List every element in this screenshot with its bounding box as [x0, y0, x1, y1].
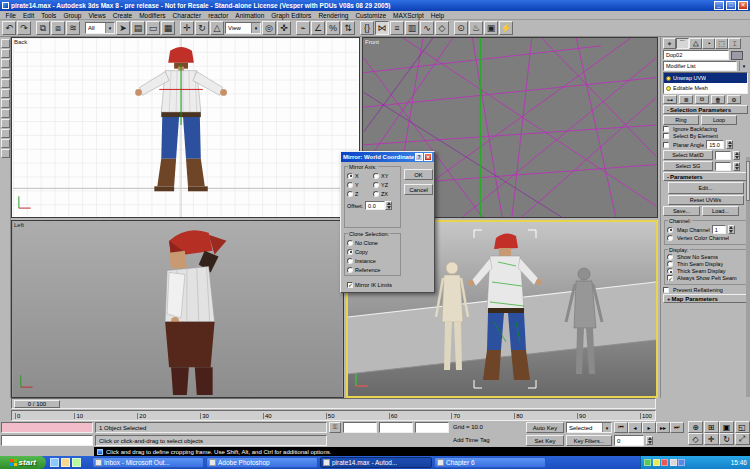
display-tab[interactable]: ⬚	[715, 38, 728, 49]
axis-x-radio[interactable]	[347, 173, 353, 179]
save-uvws-button[interactable]: Save...	[663, 206, 700, 216]
undo-icon[interactable]: ↶	[2, 21, 16, 35]
reference-coordinate-system-dropdown[interactable]: View ▾	[225, 22, 261, 34]
reactor-toolbar-icon[interactable]	[1, 49, 10, 58]
reactor-toolbar-icon[interactable]	[1, 129, 10, 138]
offset-field[interactable]: 0.0	[365, 201, 385, 210]
matid-field[interactable]	[715, 151, 731, 160]
close-icon[interactable]: ✕	[424, 153, 432, 161]
cancel-button[interactable]: Cancel	[404, 184, 433, 195]
scrollbar-thumb[interactable]	[746, 161, 750, 201]
tray-icon[interactable]	[678, 459, 685, 466]
menu-customize[interactable]: Customize	[352, 12, 390, 19]
menu-graph-editors[interactable]: Graph Editors	[268, 12, 315, 19]
taskbar-task-photoshop[interactable]: Adobe Photoshop	[206, 457, 318, 468]
planar-angle-field[interactable]: 15.0	[706, 140, 724, 149]
load-uvws-button[interactable]: Load...	[702, 206, 739, 216]
menu-views[interactable]: Views	[85, 12, 109, 19]
sg-field[interactable]	[715, 162, 731, 171]
menu-animation[interactable]: Animation	[232, 12, 268, 19]
redo-icon[interactable]: ↷	[17, 21, 31, 35]
modify-tab[interactable]: ⌒	[676, 38, 689, 49]
spinner-icon[interactable]	[646, 436, 653, 445]
reference-radio[interactable]	[347, 267, 353, 273]
thin-seam-display-radio[interactable]	[667, 261, 673, 267]
hierarchy-tab[interactable]: ⧋	[689, 38, 702, 49]
selection-filter-dropdown[interactable]: All ▾	[85, 22, 115, 34]
reactor-toolbar-icon[interactable]	[1, 119, 10, 128]
stack-item-editable-mesh[interactable]: Editable Mesh	[664, 83, 747, 93]
close-button[interactable]: ✕	[738, 1, 748, 10]
planar-angle-checkbox[interactable]	[663, 142, 669, 148]
reactor-toolbar-icon[interactable]	[1, 89, 10, 98]
reset-uvws-button[interactable]: Reset UVWs	[668, 195, 744, 205]
menu-group[interactable]: Group	[60, 12, 85, 19]
key-set-dropdown[interactable]: Selected▾	[566, 422, 612, 433]
axis-yz-radio[interactable]	[373, 182, 379, 188]
always-show-pelt-seam-checkbox[interactable]	[667, 275, 673, 281]
time-slider-thumb[interactable]: 0 / 100	[14, 400, 60, 408]
render-type-icon[interactable]: ▣	[484, 21, 498, 35]
spinner-icon[interactable]	[733, 162, 740, 171]
set-key-button[interactable]: Set Key	[526, 435, 564, 446]
spinner-snap-icon[interactable]: ⇅	[341, 21, 355, 35]
zoom-all-icon[interactable]: ⊞	[704, 421, 719, 433]
chevron-down-icon[interactable]: ▾	[739, 61, 748, 71]
maxscript-listener-line1[interactable]	[1, 422, 93, 433]
viewport-back[interactable]: Back	[11, 37, 360, 218]
make-unique-icon[interactable]: ⧉	[695, 95, 709, 104]
axis-z-radio[interactable]	[347, 191, 353, 197]
tray-icon[interactable]	[653, 459, 660, 466]
go-to-end-icon[interactable]: ⏭	[670, 422, 684, 433]
select-and-rotate-icon[interactable]: ↻	[195, 21, 209, 35]
stack-item-unwrap-uvw[interactable]: Unwrap UVW	[664, 73, 747, 83]
menu-character[interactable]: Character	[169, 12, 205, 19]
reactor-toolbar-icon[interactable]	[1, 99, 10, 108]
chevron-down-icon[interactable]: ▾	[602, 423, 611, 432]
copy-radio[interactable]	[347, 249, 353, 255]
menu-tools[interactable]: Tools	[38, 12, 60, 19]
coordinate-display-z[interactable]	[415, 422, 449, 433]
rollout-header[interactable]: Parameters	[663, 172, 748, 181]
quick-launch-icon[interactable]	[50, 458, 59, 467]
chevron-down-icon[interactable]: ▾	[251, 23, 260, 33]
snap-toggle-icon[interactable]: ⌁	[296, 21, 310, 35]
menu-rendering[interactable]: Rendering	[315, 12, 352, 19]
pan-icon[interactable]: ✛	[704, 433, 719, 445]
quick-render-icon[interactable]: ⚡	[499, 21, 513, 35]
menu-help[interactable]: Help	[427, 12, 447, 19]
unlink-selection-icon[interactable]: ⧈	[51, 21, 65, 35]
min-max-toggle-icon[interactable]: ⤢	[735, 433, 750, 445]
start-button[interactable]: start	[0, 456, 46, 469]
chevron-down-icon[interactable]: ▾	[105, 23, 114, 33]
key-filters-button[interactable]: Key Filters...	[566, 435, 612, 446]
tray-icon[interactable]	[644, 459, 651, 466]
object-color-swatch[interactable]	[731, 51, 743, 60]
select-and-manipulate-icon[interactable]: ✜	[277, 21, 291, 35]
percent-snap-icon[interactable]: %	[326, 21, 340, 35]
select-and-move-icon[interactable]: ✛	[180, 21, 194, 35]
reactor-toolbar-icon[interactable]	[1, 79, 10, 88]
coordinate-display-x[interactable]	[343, 422, 377, 433]
select-by-name-icon[interactable]: ▤	[131, 21, 145, 35]
taskbar-task-chapter6[interactable]: Chapter 6	[434, 457, 546, 468]
mirror-dialog-titlebar[interactable]: Mirror: World Coordinates ? ✕	[341, 152, 434, 162]
loop-button[interactable]: Loop	[701, 115, 737, 125]
rectangular-selection-region-icon[interactable]: ▭	[146, 21, 160, 35]
viewport-left[interactable]: Left	[11, 220, 344, 398]
spinner-icon[interactable]	[728, 225, 735, 234]
play-icon[interactable]: ▸	[642, 422, 656, 433]
ring-button[interactable]: Ring	[663, 115, 699, 125]
viewport-label[interactable]: Front	[365, 39, 379, 45]
spinner-icon[interactable]	[385, 201, 392, 210]
thick-seam-display-radio[interactable]	[667, 268, 673, 274]
help-icon[interactable]: ?	[415, 153, 423, 161]
tray-icon[interactable]	[670, 459, 677, 466]
maxscript-listener-line2[interactable]	[1, 435, 93, 446]
use-pivot-point-center-icon[interactable]: ◎	[262, 21, 276, 35]
edit-uvws-button[interactable]: Edit...	[668, 182, 744, 194]
zoom-extents-all-icon[interactable]: ◱	[735, 421, 750, 433]
previous-frame-icon[interactable]: ◂	[628, 422, 642, 433]
auto-key-button[interactable]: Auto Key	[526, 422, 564, 433]
axis-xy-radio[interactable]	[373, 173, 379, 179]
